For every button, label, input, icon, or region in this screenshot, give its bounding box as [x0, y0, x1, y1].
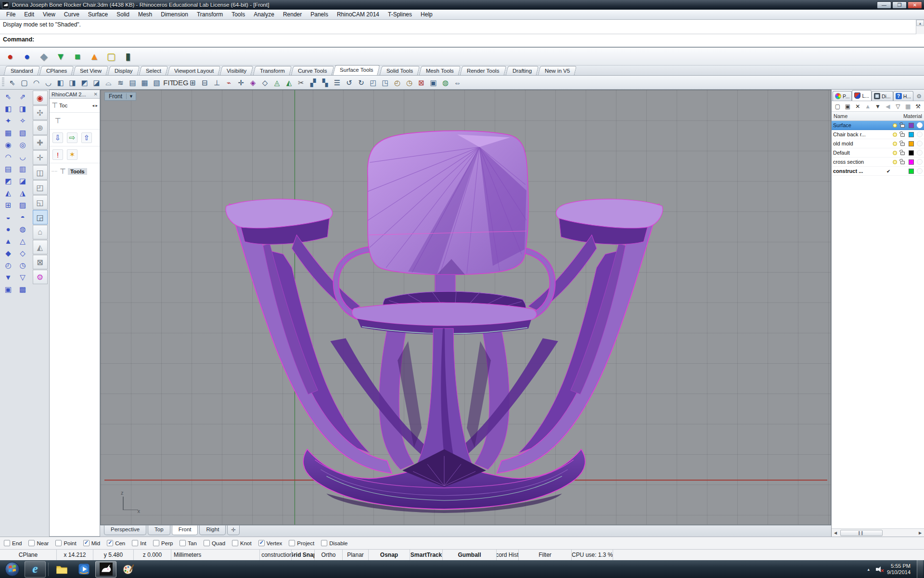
status-cell[interactable]: y 5.480: [93, 550, 134, 560]
sidebar-tool-icon[interactable]: ▩: [15, 283, 30, 295]
osnap-toggle[interactable]: Point: [55, 540, 76, 546]
taskbar-windows-explorer[interactable]: [51, 561, 72, 578]
toolbar-grip[interactable]: [2, 78, 4, 87]
sidebar-tool-icon[interactable]: ◮: [15, 187, 30, 199]
layer-material-circle[interactable]: [917, 159, 923, 165]
layer-toolbar-icon[interactable]: ▦: [903, 102, 912, 111]
sidebar-tool-icon[interactable]: ▨: [15, 199, 30, 211]
status-cell[interactable]: SmartTrack: [410, 550, 443, 560]
menu-item[interactable]: Render: [279, 10, 306, 19]
display-mode-icon[interactable]: ▼: [54, 50, 67, 63]
sidebar-tool-icon[interactable]: ▣: [1, 283, 15, 295]
tool-edit-icon[interactable]: !: [52, 149, 63, 160]
surface-tool-icon[interactable]: ▢: [18, 77, 30, 89]
display-mode-icon[interactable]: ■: [71, 50, 84, 63]
status-cell[interactable]: Record History: [497, 550, 519, 560]
sidebar-tool-icon[interactable]: ▽: [15, 271, 30, 283]
name-column-header[interactable]: Name: [834, 113, 847, 119]
layer-toolbar-icon[interactable]: ▢: [833, 102, 842, 111]
sidebar-tool-icon[interactable]: ✦: [1, 115, 15, 127]
menu-item[interactable]: Dimension: [156, 10, 192, 19]
layer-toolbar-icon[interactable]: ▽: [893, 102, 902, 111]
display-mode-icon[interactable]: ▲: [88, 50, 101, 63]
tool-edit-icon[interactable]: ✶: [67, 149, 77, 160]
layer-color-swatch[interactable]: [909, 169, 914, 174]
volume-muted-icon[interactable]: ✕: [875, 565, 884, 573]
sidebar-tool-icon[interactable]: ⇗: [15, 91, 30, 103]
close-button[interactable]: ✕: [908, 1, 922, 9]
osnap-toggle[interactable]: Disable: [321, 540, 347, 546]
sidebar-tool-icon[interactable]: △: [15, 235, 30, 247]
menu-item[interactable]: Help: [416, 10, 437, 19]
osnap-toggle[interactable]: Perp: [153, 540, 173, 546]
surface-tool-icon[interactable]: ⊠: [415, 77, 427, 89]
display-toggle-icon[interactable]: ✚: [33, 135, 48, 150]
toolbar-tab[interactable]: Set View: [73, 66, 109, 75]
surface-tool-icon[interactable]: ◍: [439, 77, 451, 89]
surface-tool-icon[interactable]: ◪: [90, 77, 103, 89]
display-toggle-icon[interactable]: ✛: [33, 150, 48, 165]
checkbox[interactable]: [153, 540, 159, 546]
sidebar-tool-icon[interactable]: ◡: [15, 151, 30, 163]
layer-lock-icon[interactable]: [900, 133, 905, 137]
surface-tool-icon[interactable]: ⊥: [211, 77, 223, 89]
display-mode-icon[interactable]: ●: [21, 50, 33, 63]
osnap-toggle[interactable]: Quad: [204, 540, 225, 546]
rhinocam-tab-label[interactable]: Toc: [59, 103, 67, 108]
menu-item[interactable]: Solid: [112, 10, 134, 19]
surface-tool-icon[interactable]: ▚: [319, 77, 331, 89]
layer-material-circle[interactable]: [917, 141, 923, 146]
display-toggle-icon[interactable]: ⌂: [33, 225, 48, 239]
menu-item[interactable]: Mesh: [134, 10, 156, 19]
sidebar-tool-icon[interactable]: ✧: [15, 115, 30, 127]
surface-tool-icon[interactable]: ⇔: [451, 77, 463, 89]
layer-lock-icon[interactable]: [900, 161, 905, 164]
layer-lock-icon[interactable]: [900, 152, 905, 155]
status-cell[interactable]: Millimeters: [171, 550, 260, 560]
toolbar-tab[interactable]: Render Tools: [460, 66, 506, 75]
osnap-toggle[interactable]: Vertex: [258, 540, 282, 546]
osnap-toggle[interactable]: Cen: [107, 540, 125, 546]
layer-visibility-bulb-icon[interactable]: [893, 160, 897, 164]
layer-toolbar-icon[interactable]: ◀: [883, 102, 892, 111]
checkbox[interactable]: [28, 540, 35, 546]
toolbar-tab[interactable]: Solid Tools: [379, 66, 420, 75]
scroll-left-icon[interactable]: ◀: [832, 529, 839, 537]
checkbox[interactable]: [83, 540, 90, 546]
command-prompt[interactable]: Command:: [0, 34, 924, 48]
front-viewport[interactable]: Front ▼: [100, 90, 831, 525]
viewport-tab[interactable]: ✛: [227, 525, 240, 535]
surface-tool-icon[interactable]: ✛: [235, 77, 247, 89]
layer-material-circle[interactable]: [917, 131, 923, 137]
checkbox[interactable]: [258, 540, 265, 546]
surface-tool-icon[interactable]: ⌁: [223, 77, 235, 89]
status-cell[interactable]: Ortho: [315, 550, 343, 560]
sidebar-tool-icon[interactable]: ▦: [1, 127, 15, 139]
toolbar-tab[interactable]: Visibility: [220, 66, 254, 75]
layer-toolbar-icon[interactable]: ▼: [873, 102, 883, 111]
surface-tool-icon[interactable]: ▤: [127, 77, 139, 89]
display-toggle-icon[interactable]: ◱: [33, 195, 48, 210]
surface-tool-icon[interactable]: ⌓: [103, 77, 115, 89]
layer-toolbar-icon[interactable]: ▲: [863, 102, 873, 111]
tool-library-icon[interactable]: ⇧: [81, 132, 92, 143]
layer-material-circle[interactable]: [917, 168, 923, 174]
viewport-tab[interactable]: Front: [172, 525, 198, 535]
display-mode-icon[interactable]: ▮: [122, 50, 134, 63]
tool-library-icon[interactable]: ⇨: [67, 132, 77, 143]
surface-tool-icon[interactable]: ▧: [151, 77, 163, 89]
osnap-toggle[interactable]: Project: [289, 540, 314, 546]
surface-tool-icon[interactable]: ◈: [247, 77, 259, 89]
start-button[interactable]: [0, 561, 24, 577]
surface-tool-icon[interactable]: ▣: [427, 77, 439, 89]
toolbar-tab[interactable]: Mesh Tools: [419, 66, 461, 75]
command-history[interactable]: Display mode set to "Shaded". ▲ ▼: [0, 20, 924, 34]
surface-tool-icon[interactable]: ◴: [391, 77, 403, 89]
sidebar-tool-icon[interactable]: ◓: [15, 211, 30, 223]
status-cell[interactable]: CPlane: [0, 550, 57, 560]
checkbox[interactable]: [289, 540, 295, 546]
layer-toolbar-icon[interactable]: ⚒: [913, 102, 923, 111]
display-toggle-icon[interactable]: ◲: [33, 210, 48, 224]
layer-row[interactable]: cross section: [832, 158, 924, 167]
restore-button[interactable]: ❐: [892, 1, 907, 9]
